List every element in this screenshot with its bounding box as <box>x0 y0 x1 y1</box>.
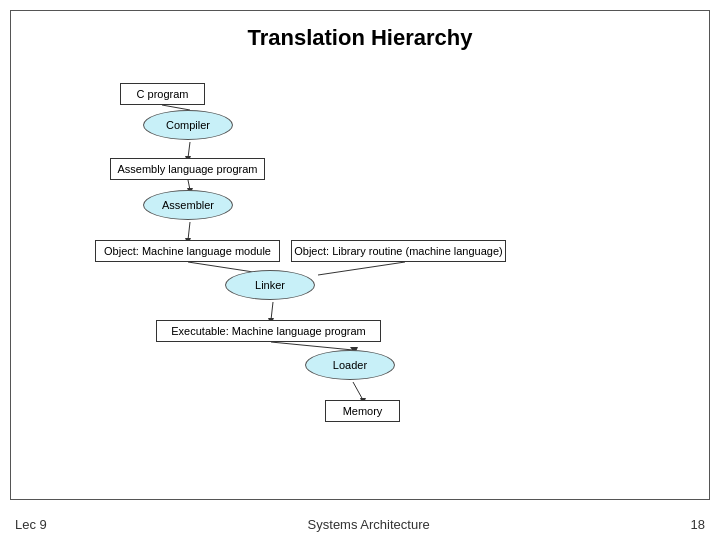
box-object-library: Object: Library routine (machine languag… <box>291 240 506 262</box>
ellipse-linker: Linker <box>225 270 315 300</box>
footer-center: Systems Architecture <box>308 517 430 532</box>
box-executable: Executable: Machine language program <box>156 320 381 342</box>
box-c-program: C program <box>120 83 205 105</box>
ellipse-assembler: Assembler <box>143 190 233 220</box>
footer: Lec 9 Systems Architecture 18 <box>15 517 705 532</box>
box-object-machine: Object: Machine language module <box>95 240 280 262</box>
ellipse-loader: Loader <box>305 350 395 380</box>
box-memory: Memory <box>325 400 400 422</box>
diagram-area: C program Assembly language program Obje… <box>15 65 705 495</box>
ellipse-compiler: Compiler <box>143 110 233 140</box>
footer-right: 18 <box>691 517 705 532</box>
box-assembly: Assembly language program <box>110 158 265 180</box>
slide: Translation Hierarchy C program As <box>0 0 720 540</box>
footer-left: Lec 9 <box>15 517 47 532</box>
